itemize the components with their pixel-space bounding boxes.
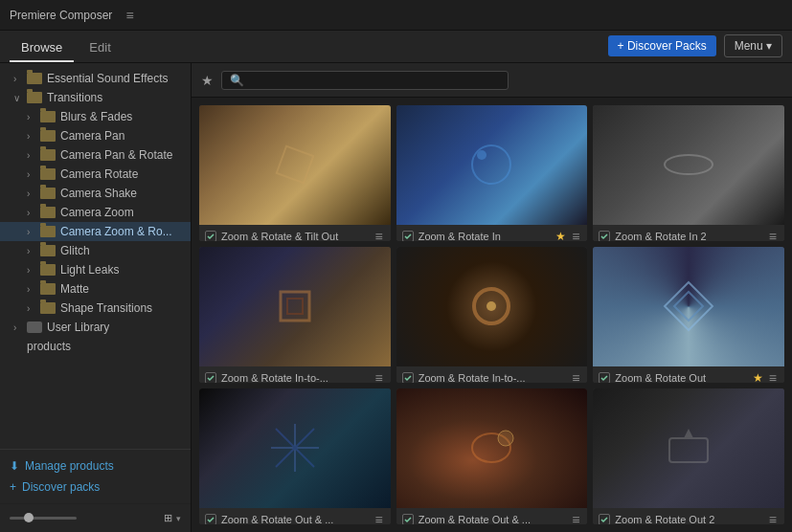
grid-menu-9[interactable]: ≡ [767,512,779,524]
grid-menu-2[interactable]: ≡ [570,229,581,241]
svg-marker-15 [684,429,693,438]
checkbox-2[interactable] [402,231,414,241]
grid-item-2[interactable]: Zoom & Rotate In ★ ≡ [396,105,588,241]
folder-icon [40,111,56,122]
grid-menu-3[interactable]: ≡ [767,229,779,241]
grid-item-5[interactable]: Zoom & Rotate In-to-... ≡ [396,247,588,383]
svg-rect-5 [287,299,303,314]
sidebar-item-camera-shake[interactable]: › Camera Shake [0,184,191,203]
sidebar-item-camera-rotate[interactable]: › Camera Rotate [0,165,191,184]
sidebar-item-light-leaks[interactable]: › Light Leaks [0,260,191,279]
download-icon: ⬇ [10,459,19,473]
checkbox-3[interactable] [599,231,610,241]
star-filter-button[interactable]: ★ [201,73,214,88]
discover-packs-label: Discover packs [22,480,100,494]
sidebar-item-matte[interactable]: › Matte [0,279,191,299]
thumbnail-6 [593,247,784,366]
grid-menu-7[interactable]: ≡ [373,512,384,524]
sidebar-item-camera-pan[interactable]: › Camera Pan [0,126,191,145]
thumb-decor-6 [593,247,784,366]
hamburger-icon[interactable]: ≡ [125,8,133,23]
folder-icon [27,92,42,103]
search-input[interactable] [248,74,500,87]
thumbnail-7 [199,388,391,508]
sidebar-item-label: Camera Zoom [60,206,134,219]
sidebar-item-user-library[interactable]: › User Library [0,318,191,337]
tab-actions: + Discover Packs Menu ▾ [608,34,782,57]
grid-item-8[interactable]: Zoom & Rotate Out & ... ≡ [396,388,588,524]
discover-packs-link[interactable]: + Discover packs [10,477,181,498]
view-toggle-button[interactable]: ⊞ ▾ [164,512,181,524]
grid-menu-8[interactable]: ≡ [570,512,581,524]
grid-item-9[interactable]: Zoom & Rotate Out 2 ≡ [593,388,784,524]
plus-icon: + [10,480,16,494]
sidebar-item-glitch[interactable]: › Glitch [0,241,191,260]
sidebar-item-products[interactable]: products [0,337,191,356]
grid-item-1[interactable]: Zoom & Rotate & Tilt Out ≡ [199,105,391,241]
grid-star-2[interactable]: ★ [555,230,566,241]
manage-products-link[interactable]: ⬇ Manage products [10,455,181,477]
sidebar-item-shape-transitions[interactable]: › Shape Transitions [0,299,191,318]
grid-info-4: Zoom & Rotate In-to-... ≡ [199,366,391,383]
grid-menu-4[interactable]: ≡ [373,370,384,383]
sidebar-item-transitions[interactable]: ∨ Transitions [0,88,191,107]
grid-item-3[interactable]: Zoom & Rotate In 2 ≡ [593,105,784,241]
tab-browse[interactable]: Browse [10,34,74,62]
svg-point-1 [472,145,510,184]
discover-packs-button[interactable]: + Discover Packs [608,35,716,56]
folder-icon [40,130,56,142]
sidebar-footer: ⬇ Manage products + Discover packs [0,449,191,503]
checkbox-9[interactable] [599,514,610,524]
grid-item-4[interactable]: Zoom & Rotate In-to-... ≡ [199,247,391,383]
zoom-slider-thumb[interactable] [24,513,34,522]
thumb-decor-1 [199,105,391,225]
grid-item-6[interactable]: Zoom & Rotate Out ★ ≡ [593,247,784,383]
grid-star-6[interactable]: ★ [753,371,763,383]
checkbox-7[interactable] [205,514,216,524]
grid-title-4: Zoom & Rotate In-to-... [221,372,369,383]
checkbox-1[interactable] [205,231,216,241]
tab-edit[interactable]: Edit [78,34,122,62]
sidebar-item-camera-zoom[interactable]: › Camera Zoom [0,203,191,222]
sidebar-item-camera-pan-rotate[interactable]: › Camera Pan & Rotate [0,145,191,165]
checkbox-5[interactable] [402,372,414,383]
thumb-decor-4 [199,247,391,366]
grid-title-1: Zoom & Rotate & Tilt Out [221,231,369,241]
zoom-slider-container[interactable] [10,517,154,520]
grid-view-icon: ⊞ [164,512,172,524]
search-box[interactable]: 🔍 [221,71,509,90]
grid-item-7[interactable]: Zoom & Rotate Out & ... ≡ [199,388,391,524]
sidebar-item-blurs-fades[interactable]: › Blurs & Fades [0,107,191,126]
chevron-down-icon: ▾ [176,514,181,523]
grid-menu-5[interactable]: ≡ [570,370,581,383]
checkbox-6[interactable] [599,372,610,383]
arrow-icon: › [27,169,40,180]
arrow-icon: › [27,150,40,161]
grid-menu-1[interactable]: ≡ [373,229,384,241]
arrow-icon: › [13,74,27,84]
checkbox-8[interactable] [402,514,414,524]
sidebar-item-label: products [27,340,71,353]
grid-title-5: Zoom & Rotate In-to-... [419,372,567,383]
folder-icon [40,283,56,295]
thumb-decor-9 [593,388,784,508]
sidebar-item-label: Camera Rotate [60,167,138,181]
folder-icon [40,188,56,199]
grid-info-5: Zoom & Rotate In-to-... ≡ [396,366,588,383]
arrow-icon: › [27,265,40,276]
menu-button[interactable]: Menu ▾ [724,34,782,57]
checkbox-4[interactable] [205,372,216,383]
zoom-slider[interactable] [10,517,77,520]
folder-icon [40,168,56,180]
folder-icon [40,149,56,161]
sidebar-item-label: Camera Pan [60,129,124,143]
thumb-decor-3 [593,105,784,225]
folder-icon [40,245,56,256]
sidebar-item-essential-sound[interactable]: › Essential Sound Effects [0,69,191,88]
grid-title-6: Zoom & Rotate Out [615,372,751,383]
grid-menu-6[interactable]: ≡ [767,370,779,383]
sidebar-item-label: Camera Shake [60,187,137,200]
svg-point-2 [477,150,487,160]
sidebar-item-camera-zoom-ro[interactable]: › Camera Zoom & Ro... [0,222,191,241]
thumb-decor-5 [396,247,588,366]
